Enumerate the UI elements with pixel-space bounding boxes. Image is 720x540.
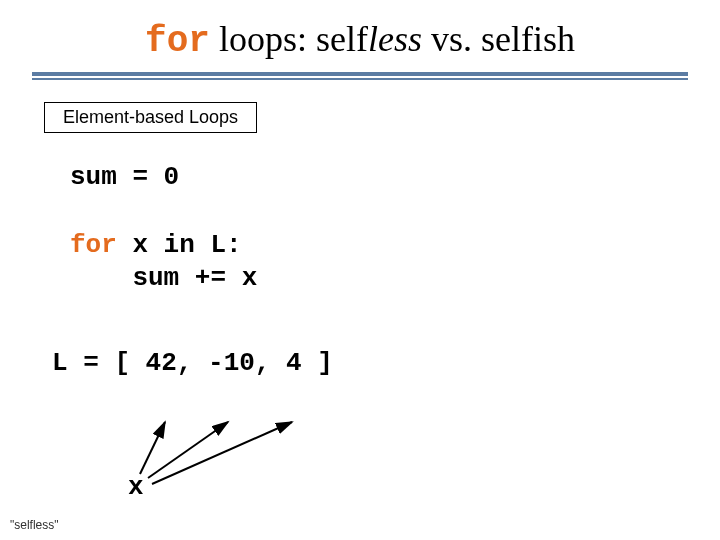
code-block: sum = 0 for x in L: sum += x xyxy=(70,161,720,296)
code-line-1: sum = 0 xyxy=(70,162,179,192)
title-text-2: vs. selfish xyxy=(422,19,575,59)
svg-line-1 xyxy=(148,422,228,478)
code-line-2-rest: x in L: xyxy=(117,230,242,260)
code-keyword-for: for xyxy=(70,230,117,260)
variable-x: x xyxy=(128,472,144,502)
svg-line-0 xyxy=(140,422,165,474)
section-badge: Element-based Loops xyxy=(44,102,257,133)
slide-title: for loops: selfless vs. selfish xyxy=(0,0,720,72)
title-italic: less xyxy=(368,19,422,59)
title-text-1: loops: self xyxy=(210,19,368,59)
list-definition: L = [ 42, -10, 4 ] xyxy=(52,348,720,378)
svg-line-2 xyxy=(152,422,292,484)
footer-note: "selfless" xyxy=(10,518,59,532)
title-underline xyxy=(32,72,688,80)
title-keyword: for xyxy=(145,21,210,62)
code-line-3: sum += x xyxy=(70,263,257,293)
